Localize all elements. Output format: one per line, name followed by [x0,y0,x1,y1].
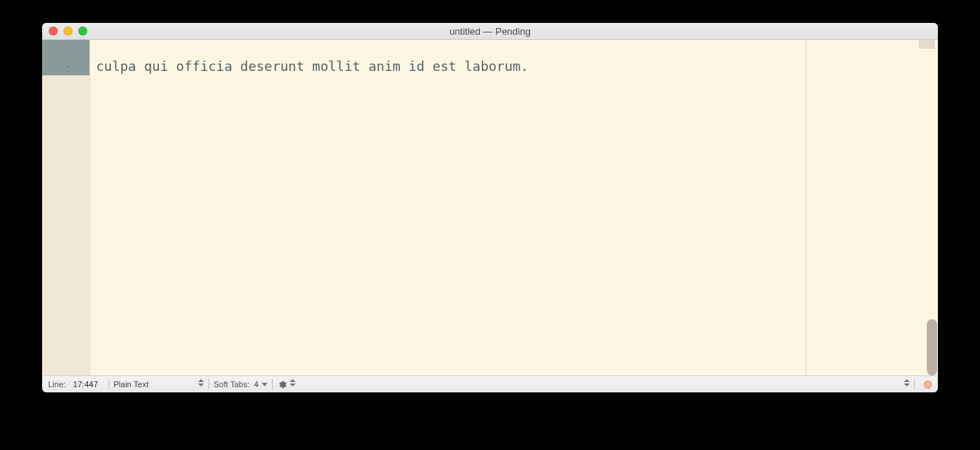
separator [914,379,915,389]
code-line[interactable]: culpa qui officia deserunt mollit anim i… [96,58,528,75]
unsaved-indicator[interactable] [924,381,932,389]
line-value[interactable]: 17:447 [73,380,98,389]
separator [208,379,209,389]
minimap-fragment[interactable] [919,40,935,49]
settings-stepper-icon[interactable] [290,379,296,389]
settings-button[interactable] [277,379,296,389]
syntax-selector[interactable]: Plain Text [114,380,149,389]
scroll-thumb[interactable] [927,319,937,375]
editor-window: untitled — Pending culpa qui officia des… [42,23,938,392]
titlebar[interactable]: untitled — Pending [42,23,938,40]
cursor-line-highlight [42,40,89,75]
syntax-label: Plain Text [114,380,149,389]
editor-area[interactable]: culpa qui officia deserunt mollit anim i… [42,40,938,375]
line-marker [67,66,69,67]
separator [272,379,273,389]
window-title: untitled — Pending [42,26,938,37]
chevron-down-icon[interactable] [262,383,268,386]
separator [109,379,109,389]
statusbar: Line: 17:447 Plain Text Soft Tabs: 4 [42,375,938,392]
window-controls [42,27,87,35]
minimize-icon[interactable] [64,27,72,35]
zoom-icon[interactable] [78,27,87,35]
text-view[interactable]: culpa qui officia deserunt mollit anim i… [90,40,938,375]
gear-icon [277,380,287,389]
line-label: Line: [48,380,66,389]
right-stepper-icon[interactable] [903,379,910,389]
ruler [806,40,806,375]
tabs-value[interactable]: 4 [254,380,259,389]
close-icon[interactable] [49,27,58,35]
syntax-stepper-icon[interactable] [197,379,204,389]
tabs-label: Soft Tabs: [214,380,250,389]
gutter[interactable] [42,40,90,375]
